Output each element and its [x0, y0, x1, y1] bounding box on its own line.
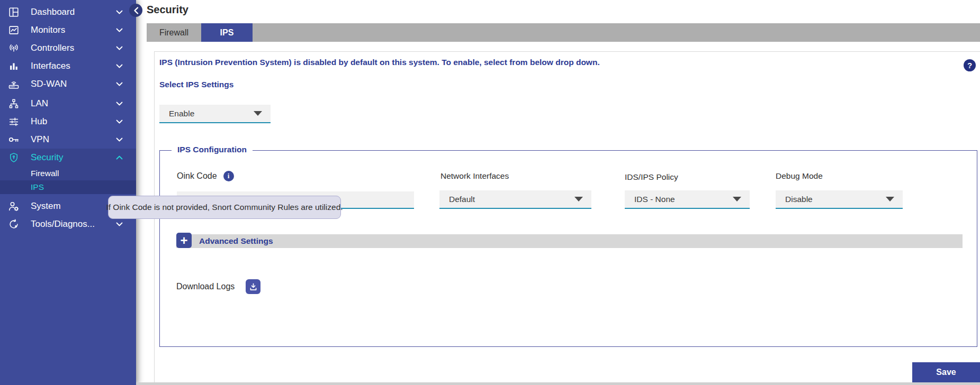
system-user-gear-icon	[6, 200, 22, 213]
sidebar-subitem-label: IPS	[31, 182, 44, 192]
debug-mode-label: Debug Mode	[776, 171, 823, 181]
sidebar-item-ips[interactable]: IPS	[0, 180, 136, 194]
chevron-down-icon	[116, 10, 123, 14]
network-interfaces-dropdown[interactable]: Default	[439, 190, 591, 209]
ips-configuration-fieldset: IPS Configuration Oink Code i Network In…	[159, 150, 977, 347]
sidebar-item-label: Hub	[31, 116, 47, 127]
chevron-down-icon	[116, 222, 123, 226]
sidebar-item-hub[interactable]: Hub	[0, 113, 136, 131]
vpn-key-icon	[6, 133, 22, 146]
sidebar-item-sdwan[interactable]: SD-WAN	[0, 75, 136, 93]
advanced-settings-expander[interactable]: + Advanced Settings	[176, 234, 963, 248]
horizontal-scrollbar[interactable]	[136, 382, 980, 385]
dropdown-caret-icon	[574, 197, 583, 201]
sidebar-item-label: LAN	[31, 98, 48, 109]
sidebar-item-label: Controllers	[31, 43, 74, 53]
ips-disabled-notice: IPS (Intrusion Prevention System) is dis…	[159, 58, 600, 67]
monitors-icon	[6, 24, 22, 36]
sidebar-item-label: Security	[31, 152, 63, 163]
sidebar-item-interfaces[interactable]: Interfaces	[0, 57, 136, 75]
page-title: Security	[147, 4, 188, 16]
dashboard-icon	[6, 6, 22, 18]
chevron-down-icon	[116, 82, 123, 86]
debug-mode-dropdown[interactable]: Disable	[776, 190, 903, 209]
lan-icon	[6, 98, 22, 109]
tab-label: IPS	[220, 28, 234, 38]
sidebar-subitem-label: Firewall	[31, 169, 59, 178]
tools-diagnostics-icon	[6, 218, 22, 230]
sidebar-item-monitors[interactable]: Monitors	[0, 21, 136, 39]
dropdown-value: Enable	[169, 109, 194, 118]
chevron-left-icon	[133, 7, 139, 14]
sidebar-item-label: VPN	[31, 134, 49, 145]
sidebar-item-firewall[interactable]: Firewall	[0, 167, 136, 180]
chevron-down-icon	[116, 102, 123, 106]
chevron-down-icon	[116, 28, 123, 32]
chevron-down-icon	[116, 64, 123, 68]
tab-label: Firewall	[159, 28, 188, 38]
hub-icon	[6, 116, 22, 127]
ips-state-dropdown[interactable]: Enable	[159, 105, 271, 123]
network-interfaces-label: Network Interfaces	[440, 171, 509, 181]
oink-code-tooltip: If Oink Code is not provided, Snort Comm…	[108, 196, 341, 219]
expand-plus-icon[interactable]: +	[176, 233, 192, 248]
dropdown-caret-icon	[886, 197, 894, 201]
sdwan-icon	[6, 78, 22, 90]
tab-ips[interactable]: IPS	[201, 23, 253, 42]
info-icon[interactable]: i	[223, 171, 234, 181]
ids-ips-policy-dropdown[interactable]: IDS - None	[625, 190, 750, 209]
sidebar-item-label: Dashboard	[31, 7, 75, 17]
sidebar-collapse-button[interactable]	[129, 4, 142, 17]
fieldset-legend: IPS Configuration	[172, 145, 253, 154]
oink-code-label: Oink Code	[177, 171, 217, 181]
dropdown-value: Disable	[785, 195, 813, 204]
chevron-down-icon	[116, 46, 123, 50]
security-shield-icon	[6, 152, 22, 163]
tab-bar: Firewall IPS	[147, 23, 980, 42]
dropdown-caret-icon	[733, 197, 741, 201]
screen: Dashboard Monitors Controllers Interface…	[0, 0, 980, 385]
sidebar-item-label: Interfaces	[31, 61, 70, 71]
oink-code-label-row: Oink Code i	[177, 171, 234, 181]
sidebar-item-label: SD-WAN	[31, 79, 67, 89]
sidebar-item-security[interactable]: Security	[0, 149, 136, 167]
sidebar-security-group: Security Firewall IPS	[0, 149, 136, 194]
chevron-down-icon	[116, 138, 123, 142]
chevron-up-icon	[116, 155, 123, 160]
sidebar-item-controllers[interactable]: Controllers	[0, 39, 136, 57]
select-ips-settings-label: Select IPS Settings	[159, 80, 233, 89]
sidebar-item-vpn[interactable]: VPN	[0, 131, 136, 149]
interfaces-icon	[6, 60, 22, 72]
chevron-down-icon	[116, 120, 123, 124]
dropdown-caret-icon	[254, 111, 262, 116]
download-logs-label: Download Logs	[176, 282, 235, 291]
help-icon[interactable]: ?	[964, 59, 976, 71]
controllers-icon	[6, 42, 22, 54]
ids-ips-policy-label: IDS/IPS Policy	[625, 172, 678, 182]
tab-firewall[interactable]: Firewall	[147, 23, 201, 42]
advanced-settings-label: Advanced Settings	[199, 236, 273, 246]
sidebar-item-dashboard[interactable]: Dashboard	[0, 3, 136, 21]
sidebar-item-label: Monitors	[31, 25, 65, 35]
sidebar: Dashboard Monitors Controllers Interface…	[0, 0, 136, 385]
sidebar-item-label: Tools/Diagnos...	[31, 219, 95, 230]
sidebar-item-label: System	[31, 201, 61, 212]
download-icon[interactable]	[246, 279, 260, 294]
dropdown-value: IDS - None	[634, 195, 675, 204]
save-button[interactable]: Save	[912, 362, 980, 382]
dropdown-value: Default	[449, 195, 475, 204]
sidebar-item-lan[interactable]: LAN	[0, 95, 136, 113]
